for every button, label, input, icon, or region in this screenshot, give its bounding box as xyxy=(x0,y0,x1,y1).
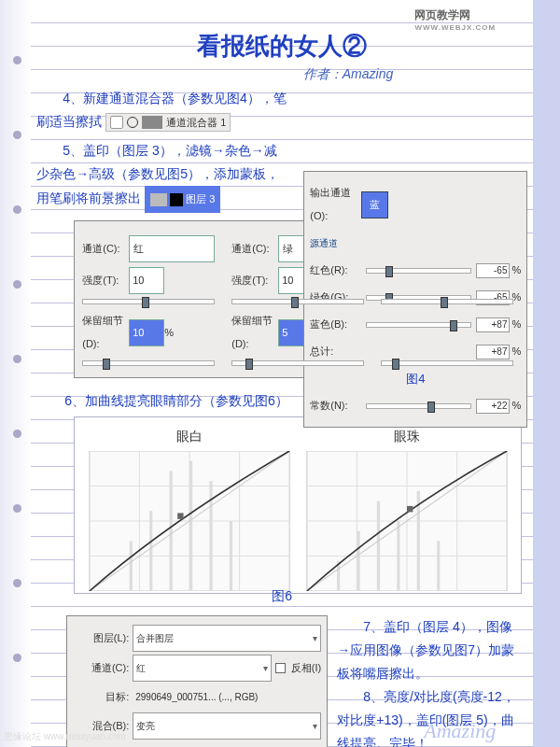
p5c1-st-lbl: 强度(T): xyxy=(231,269,278,292)
curves-caption: 图6 xyxy=(36,585,527,608)
p5c0-ch-lbl: 通道(C): xyxy=(82,237,129,261)
right-margin xyxy=(533,0,560,747)
p4-const-val[interactable]: +22 xyxy=(476,399,510,414)
p5c0-pct: % xyxy=(164,321,174,345)
p4-r2-pct: % xyxy=(511,313,521,336)
p7-layer-lbl: 图层(L): xyxy=(73,627,129,650)
p7-ch-sel[interactable]: 红 xyxy=(133,655,272,682)
p7-target-lbl: 目标: xyxy=(73,685,129,709)
svg-rect-10 xyxy=(189,461,192,591)
p4-r3-val: +87 xyxy=(476,345,510,359)
svg-rect-8 xyxy=(149,511,152,591)
svg-rect-25 xyxy=(397,521,399,591)
watermark-line2: WWW.WEBJX.COM xyxy=(414,23,496,32)
p5c0-ch-sel[interactable]: 红 xyxy=(129,235,215,262)
adjustment-icon xyxy=(127,117,138,128)
p7-invert-lbl: 反相(I) xyxy=(291,656,321,680)
author-line: 作者：Amazing xyxy=(31,63,533,83)
p7-invert-chk[interactable] xyxy=(275,663,286,673)
p5c0-dt-lbl: 保留细节(D): xyxy=(82,309,129,356)
binding-edge xyxy=(0,0,31,747)
curve-left-caption: 眼白 xyxy=(80,425,298,448)
channel-mixer-chip: 通道混合器 1 xyxy=(105,113,231,132)
watermark-top: 网页教学网 WWW.WEBJX.COM xyxy=(414,7,496,32)
curve-right-graph xyxy=(304,451,510,591)
p4-src-label: 源通道 xyxy=(310,232,361,255)
p5c1-ch-lbl: 通道(C): xyxy=(231,237,278,261)
p4-r1-lbl: 绿色(G): xyxy=(310,286,361,309)
svg-rect-27 xyxy=(437,541,440,591)
p4-r0-pct: % xyxy=(511,259,521,282)
watermark-line1: 网页教学网 xyxy=(414,8,470,21)
svg-rect-7 xyxy=(129,541,132,591)
svg-rect-29 xyxy=(407,506,413,512)
p7-ch-lbl: 通道(C): xyxy=(73,656,129,680)
panel-fig7: 图层(L):合并图层 通道(C):红反相(I) 目标:2990649_00075… xyxy=(66,615,328,747)
svg-rect-23 xyxy=(357,531,359,591)
p4-output-select[interactable]: 蓝 xyxy=(361,191,388,218)
p4-r1-pct: % xyxy=(511,286,521,309)
p7-layer-sel[interactable]: 合并图层 xyxy=(133,625,321,652)
mask-thumb-icon xyxy=(142,116,162,129)
curve-right-caption: 眼珠 xyxy=(298,425,515,448)
p4-r2-lbl: 蓝色(B): xyxy=(310,313,361,336)
svg-rect-24 xyxy=(377,501,380,591)
layer-thumb-icon xyxy=(150,193,167,206)
svg-rect-9 xyxy=(169,471,172,591)
layer-mask-icon xyxy=(170,193,183,206)
p5c1-dt-lbl: 保留细节(D): xyxy=(231,309,278,356)
curves-panel: 眼白 眼珠 xyxy=(74,416,522,594)
step4-text: 4、新建通道混合器（参数见图4），笔刷适当擦拭 通道混合器 1 xyxy=(36,87,288,134)
step5-text: 5、盖印（图层 3），滤镜→杂色→减少杂色→高级（参数见图5），添加蒙板，用笔刷… xyxy=(36,139,288,213)
p4-r2-val[interactable]: +87 xyxy=(476,317,510,332)
p4-caption: 图4 xyxy=(310,367,521,390)
p4-output-label: 输出通道(O): xyxy=(310,181,361,228)
p5c0-st-lbl: 强度(T): xyxy=(82,269,129,292)
svg-rect-12 xyxy=(230,521,232,591)
footer-left: 思缘论坛 www.missyuan.com xyxy=(4,730,126,743)
p4-r0-lbl: 红色(R): xyxy=(310,259,361,282)
mixer-label: 通道混合器 1 xyxy=(166,111,226,134)
svg-rect-14 xyxy=(177,513,183,518)
p7-target-val: 2990649_000751... (..., RGB) xyxy=(133,684,321,710)
layer-chip: 图层 3 xyxy=(145,186,220,213)
p5c0-st-inp[interactable]: 10 xyxy=(129,267,164,294)
step7-text: 7、盖印（图层 4），图像→应用图像（参数见图7）加蒙板将嘴唇擦出。 xyxy=(337,615,522,685)
signature: Amazing xyxy=(424,719,496,743)
svg-rect-11 xyxy=(209,481,212,591)
p4-const-lbl: 常数(N): xyxy=(310,394,361,417)
p4-r0-val[interactable]: -65 xyxy=(476,263,510,278)
p5c0-dt-inp[interactable]: 10 xyxy=(129,319,164,346)
p4-const-pct: % xyxy=(511,394,521,417)
layer-chip-label: 图层 3 xyxy=(186,188,215,211)
p7-blend-sel[interactable]: 变亮 xyxy=(133,712,321,740)
curve-left-graph xyxy=(87,451,292,591)
visibility-icon xyxy=(110,116,123,129)
